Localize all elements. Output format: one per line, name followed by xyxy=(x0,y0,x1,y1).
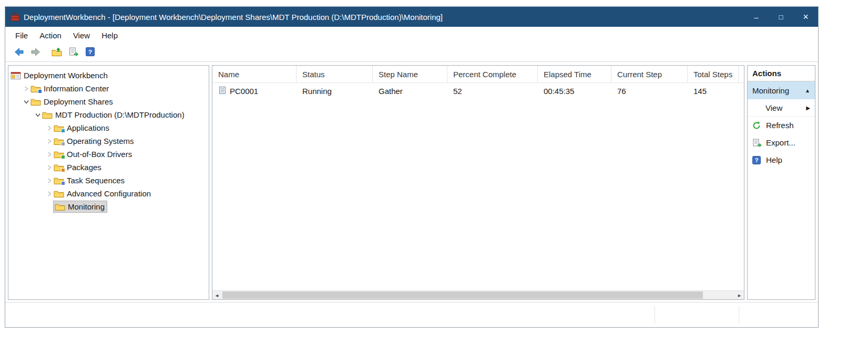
desktop-background: DeploymentWorkbench - [Deployment Workbe… xyxy=(0,0,868,344)
actions-group-label: Monitoring xyxy=(752,86,789,95)
action-export[interactable]: Export... xyxy=(748,134,815,151)
menu-help[interactable]: Help xyxy=(96,28,124,43)
advanced-configuration-folder-icon xyxy=(54,190,64,198)
tree-item-deployment-workbench[interactable]: Deployment Workbench xyxy=(8,69,209,82)
scrollbar-thumb[interactable] xyxy=(222,291,703,299)
window-controls: – □ × xyxy=(744,7,818,27)
cell-status: Running xyxy=(297,87,373,96)
action-help-label: Help xyxy=(766,155,782,164)
chevron-right-icon[interactable] xyxy=(45,137,54,145)
column-header-elapsed-time[interactable]: Elapsed Time xyxy=(538,66,611,82)
applications-folder-icon xyxy=(54,124,64,132)
window-title: DeploymentWorkbench - [Deployment Workbe… xyxy=(24,13,744,22)
refresh-icon xyxy=(752,121,762,130)
drivers-badge-icon xyxy=(61,155,65,159)
scroll-right-icon[interactable]: ▸ xyxy=(735,291,744,299)
column-header-current-step[interactable]: Current Step xyxy=(611,66,688,82)
action-refresh[interactable]: Refresh xyxy=(748,117,815,134)
expander-placeholder xyxy=(45,202,54,211)
tree-item-out-of-box-drivers[interactable]: Out-of-Box Drivers xyxy=(8,148,209,161)
drivers-folder-icon xyxy=(54,150,64,159)
chevron-down-icon[interactable] xyxy=(33,110,42,119)
tree-item-advanced-configuration[interactable]: Advanced Configuration xyxy=(8,187,209,200)
workbench-root-icon xyxy=(11,71,21,80)
chevron-right-icon[interactable] xyxy=(45,150,54,159)
scroll-left-icon[interactable]: ◂ xyxy=(212,291,221,299)
actions-group-monitoring[interactable]: Monitoring ▲ xyxy=(748,81,815,99)
column-header-percent-complete[interactable]: Percent Complete xyxy=(447,66,538,82)
chevron-right-icon[interactable] xyxy=(45,163,54,172)
status-bar xyxy=(5,302,818,327)
forward-button[interactable] xyxy=(28,46,43,60)
up-one-level-icon xyxy=(52,47,62,59)
chevron-right-icon[interactable] xyxy=(45,176,54,185)
packages-folder-icon xyxy=(54,163,64,172)
menu-action[interactable]: Action xyxy=(34,28,67,43)
monitoring-folder-icon xyxy=(55,203,65,211)
column-header-name[interactable]: Name xyxy=(212,66,297,82)
close-button[interactable]: × xyxy=(793,7,818,27)
app-window: DeploymentWorkbench - [Deployment Workbe… xyxy=(5,6,819,328)
horizontal-scrollbar[interactable]: ◂ ▸ xyxy=(212,290,744,299)
submenu-arrow-icon: ▶ xyxy=(806,105,810,111)
status-bar-divider xyxy=(739,306,739,324)
column-header-status[interactable]: Status xyxy=(297,66,373,82)
titlebar[interactable]: DeploymentWorkbench - [Deployment Workbe… xyxy=(5,7,818,27)
tree-item-applications[interactable]: Applications xyxy=(8,121,209,134)
app-icon xyxy=(11,13,19,22)
task-sequences-folder-icon xyxy=(54,176,64,185)
tree-item-information-center[interactable]: Information Center xyxy=(8,82,209,95)
column-header-total-steps[interactable]: Total Steps xyxy=(688,66,739,82)
menu-file[interactable]: File xyxy=(9,28,34,43)
chevron-right-icon[interactable] xyxy=(45,189,54,198)
up-one-level-button[interactable] xyxy=(49,46,64,60)
tree-item-monitoring[interactable]: Monitoring xyxy=(8,200,209,213)
tree-item-mdt-production[interactable]: MDT Production (D:\MDTProduction) xyxy=(8,108,209,121)
chevron-down-icon[interactable] xyxy=(22,97,30,106)
back-icon xyxy=(14,47,24,59)
task-sequences-badge-icon xyxy=(61,181,65,185)
help-button[interactable] xyxy=(83,46,97,60)
tree-item-operating-systems[interactable]: Operating Systems xyxy=(8,134,209,148)
action-view[interactable]: View ▶ xyxy=(748,99,815,117)
table-row[interactable]: PC0001 Running Gather 52 00:45:35 76 145 xyxy=(212,83,744,99)
toolbar xyxy=(5,44,818,62)
computer-report-icon xyxy=(218,86,227,96)
close-icon: × xyxy=(803,12,809,23)
action-help[interactable]: Help xyxy=(748,151,815,169)
tree-item-task-sequences[interactable]: Task Sequences xyxy=(8,174,209,187)
tree-item-deployment-shares[interactable]: Deployment Shares xyxy=(8,95,209,108)
cell-name: PC0001 xyxy=(212,86,297,96)
back-button[interactable] xyxy=(12,46,26,60)
menu-bar: File Action View Help xyxy=(5,27,818,44)
menu-view[interactable]: View xyxy=(67,28,96,43)
cell-step-name: Gather xyxy=(373,87,447,96)
cell-total-steps: 145 xyxy=(688,87,739,96)
action-view-label: View xyxy=(765,103,782,112)
operating-systems-badge-icon xyxy=(61,142,65,146)
cell-percent-complete: 52 xyxy=(447,87,538,96)
help-icon xyxy=(86,47,95,58)
deployment-shares-folder-icon xyxy=(30,98,41,106)
column-header-step-name[interactable]: Step Name xyxy=(373,66,447,82)
tree-item-packages[interactable]: Packages xyxy=(8,161,209,174)
export-icon xyxy=(68,47,79,58)
help-icon xyxy=(752,155,762,164)
console-tree-pane: Deployment Workbench Information Center … xyxy=(8,65,209,300)
operating-systems-folder-icon xyxy=(54,137,64,145)
chevron-right-icon[interactable] xyxy=(45,123,54,132)
main-content: Deployment Workbench Information Center … xyxy=(5,62,818,302)
export-button[interactable] xyxy=(66,46,80,60)
actions-pane-title: Actions xyxy=(748,66,815,81)
chevron-right-icon[interactable] xyxy=(22,84,30,93)
cell-current-step: 76 xyxy=(611,87,688,96)
minimize-icon: – xyxy=(754,13,758,22)
maximize-button[interactable]: □ xyxy=(769,7,793,27)
results-pane: Name Status Step Name Percent Complete E… xyxy=(212,65,744,300)
information-center-icon xyxy=(30,85,41,93)
list-header: Name Status Step Name Percent Complete E… xyxy=(212,66,744,83)
minimize-button[interactable]: – xyxy=(744,7,769,27)
list-body: PC0001 Running Gather 52 00:45:35 76 145 xyxy=(212,83,744,290)
collapse-group-icon[interactable]: ▲ xyxy=(805,88,810,93)
info-badge-icon xyxy=(38,89,42,93)
